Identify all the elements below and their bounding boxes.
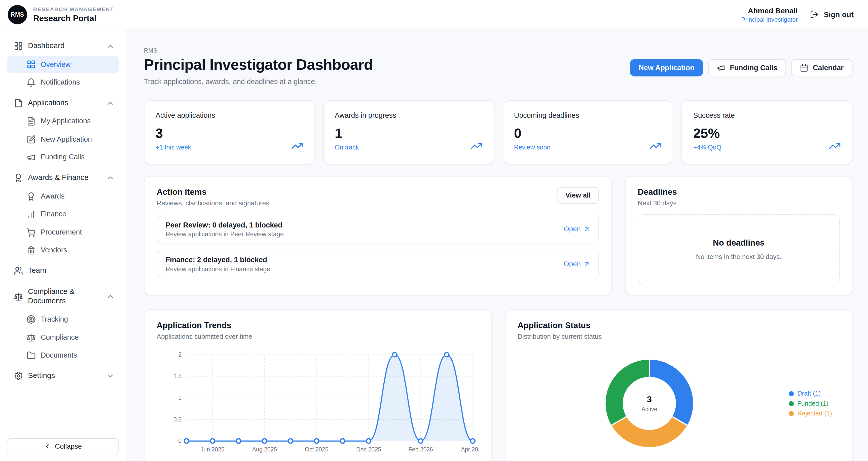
page-header: RMS Principal Investigator Dashboard Tra… [144,47,852,86]
calendar-icon [800,64,808,72]
award-icon [14,173,23,183]
app-label: RESEARCH MANAGEMENT [33,6,114,12]
app-name: Research Portal [33,13,114,23]
arrow-up-right-icon [584,261,590,267]
action-item-peer-review: Peer Review: 0 delayed, 1 blocked Review… [157,215,599,243]
megaphone-icon [27,153,36,162]
sidebar-item-finance[interactable]: Finance [6,206,119,223]
deadlines-title: Deadlines [638,187,840,196]
user-role: Principal Investigator [741,16,798,23]
svg-text:0: 0 [178,438,182,444]
landmark-icon [27,246,36,255]
svg-text:Aug 2025: Aug 2025 [252,446,277,453]
stat-card-awards-in-progress: Awards in progress 1 On track [323,100,494,164]
action-items-title: Action items [157,187,269,196]
funding-calls-button[interactable]: Funding Calls [708,59,786,76]
top-bar: RMS RESEARCH MANAGEMENT Research Portal … [0,0,868,29]
chevron-up-icon [106,99,115,107]
calendar-button[interactable]: Calendar [791,59,852,76]
page-eyebrow: RMS [144,47,373,54]
sidebar-nav: Dashboard Overview Notifications Applica… [6,37,119,438]
award-icon [27,192,36,201]
application-trends-card: Application Trends Applications submitte… [144,309,492,461]
trends-chart: Jun 2025Aug 2025Oct 2025Dec 2025Feb 2026… [157,348,479,459]
collapse-sidebar-button[interactable]: Collapse [6,438,119,455]
chevron-left-icon [44,442,51,450]
sidebar-item-overview[interactable]: Overview [6,56,119,73]
sidebar-item-tracking[interactable]: Tracking [6,311,119,328]
svg-text:0.5: 0.5 [174,416,182,423]
svg-text:1.5: 1.5 [174,373,182,380]
sign-out-button[interactable]: Sign out [810,10,854,19]
sidebar-item-vendors[interactable]: Vendors [6,241,119,259]
sidebar-item-applications[interactable]: Applications [6,94,119,112]
trending-up-icon [291,142,303,150]
stat-card-upcoming-deadlines: Upcoming deadlines 0 Review soon [502,100,673,164]
svg-text:Feb 2026: Feb 2026 [409,446,433,453]
chevron-down-icon [106,372,115,380]
action-items-card: Action items Reviews, clarifications, an… [144,176,612,295]
app: RMS RESEARCH MANAGEMENT Research Portal … [0,0,868,461]
action-item-finance: Finance: 2 delayed, 1 blocked Review app… [157,250,599,278]
status-subtitle: Distribution by current status [518,333,840,340]
svg-text:1: 1 [178,395,182,401]
deadlines-card: Deadlines Next 30 days No deadlines No i… [625,176,852,295]
sign-out-label: Sign out [824,10,854,19]
new-application-button[interactable]: New Application [630,59,703,76]
file-icon [14,99,23,108]
main-content: RMS Principal Investigator Dashboard Tra… [126,29,868,461]
view-all-button[interactable]: View all [557,187,599,204]
sidebar-item-dashboard[interactable]: Dashboard [6,37,119,55]
legend-item-draft: Draft (1) [789,390,832,397]
open-finance-link[interactable]: Open [564,260,590,268]
status-legend: Draft (1) Funded (1) Rejected (1) [789,390,832,417]
bell-icon [27,78,36,87]
action-items-subtitle: Reviews, clarifications, and signatures [157,199,269,207]
trends-title: Application Trends [157,320,479,330]
sidebar-item-funding-calls[interactable]: Funding Calls [6,149,119,166]
sidebar-item-new-application[interactable]: New Application [6,131,119,148]
sidebar-item-documents[interactable]: Documents [6,347,119,364]
sidebar: Dashboard Overview Notifications Applica… [0,29,126,461]
file-text-icon [27,117,36,126]
page-actions: New Application Funding Calls Calendar [630,59,852,76]
sidebar-item-settings[interactable]: Settings [6,367,119,385]
svg-text:Oct 2025: Oct 2025 [305,446,328,453]
trending-up-icon [470,142,482,150]
edit-pen-icon [27,135,36,144]
sign-out-icon [810,10,819,19]
folder-icon [27,351,36,360]
legend-item-funded: Funded (1) [789,400,832,407]
sidebar-item-awards[interactable]: Awards [6,188,119,205]
no-deadlines-box: No deadlines No items in the next 30 day… [638,214,840,284]
app-logo: RMS [8,5,27,24]
svg-text:Apr 2026: Apr 2026 [461,446,479,453]
svg-text:Dec 2025: Dec 2025 [356,446,381,453]
shopping-cart-icon [27,228,36,237]
trending-up-icon [829,142,841,150]
stat-card-success-rate: Success rate 25% +4% QoQ [681,100,852,164]
user-info: Ahmed Benali Principal Investigator [741,6,798,23]
stat-card-active-applications: Active applications 3 +1 this week [144,100,315,164]
status-title: Application Status [518,320,840,330]
chevron-up-icon [106,292,115,301]
users-icon [14,266,23,275]
open-peer-review-link[interactable]: Open [564,225,590,233]
sidebar-item-awards-finance[interactable]: Awards & Finance [6,169,119,187]
legend-item-rejected: Rejected (1) [789,410,832,417]
sidebar-item-my-applications[interactable]: My Applications [6,113,119,130]
sidebar-item-notifications[interactable]: Notifications [6,74,119,91]
sidebar-item-compliance-documents[interactable]: Compliance & Documents [6,283,119,310]
application-status-card: Application Status Distribution by curre… [505,309,852,461]
sidebar-item-compliance[interactable]: Compliance [6,329,119,346]
grid-icon [14,41,23,51]
svg-text:Jun 2025: Jun 2025 [200,446,224,453]
svg-text:2: 2 [178,351,182,358]
sidebar-item-procurement[interactable]: Procurement [6,224,119,241]
sidebar-item-team[interactable]: Team [6,262,119,280]
arrow-up-right-icon [584,226,590,232]
page-subtitle: Track applications, awards, and deadline… [144,77,373,86]
chevron-up-icon [106,174,115,182]
bar-chart-icon [27,210,36,219]
target-icon [27,315,36,324]
